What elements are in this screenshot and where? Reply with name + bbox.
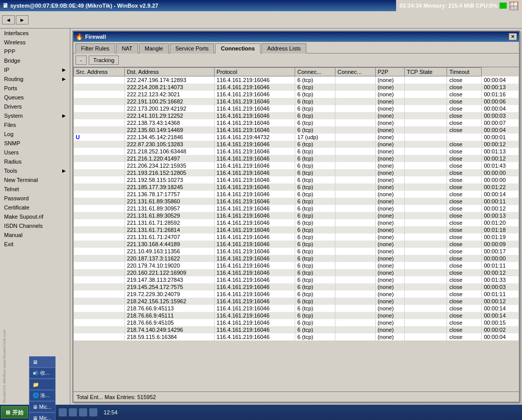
taskbar-item-4[interactable]: 🖥 Mic... <box>29 401 56 412</box>
sidebar-item-queues[interactable]: Queues <box>0 93 70 102</box>
table-row[interactable]: 222.191.100.25:16682116.4.161.219:160466… <box>74 98 519 105</box>
table-row[interactable]: 220.160.221.122:16909116.4.161.219:16046… <box>74 269 519 276</box>
table-row[interactable]: 221.131.61.89:30529116.4.161.219:160466 … <box>74 212 519 219</box>
taskbar-item-3[interactable]: 🌐 洛... <box>29 390 56 401</box>
tab-service-ports[interactable]: Service Ports <box>170 43 214 54</box>
sidebar: InterfacesWirelessPPPBridgeIP▶Routing▶Po… <box>0 29 70 405</box>
table-row[interactable]: 221.192.58.115:10273116.4.161.219:160466… <box>74 176 519 183</box>
table-row[interactable]: 221.193.216.152:12805116.4.161.219:16046… <box>74 169 519 176</box>
table-row[interactable]: 221.10.49.163:11356116.4.161.219:160466 … <box>74 248 519 255</box>
table-row[interactable]: 218.76.66.9:45111116.4.161.219:160466 (t… <box>74 312 519 319</box>
sidebar-item-bridge[interactable]: Bridge <box>0 56 70 65</box>
table-row[interactable]: 220.179.74.10:19020116.4.161.219:160466 … <box>74 262 519 269</box>
table-row[interactable]: 218.59.115.6:16384116.4.161.219:160466 (… <box>74 333 519 340</box>
sidebar-item-ppp[interactable]: PPP <box>0 47 70 56</box>
table-row[interactable]: 222.135.60.149:14469116.4.161.219:160466… <box>74 126 519 134</box>
table-row[interactable]: 221.131.61.71:28592116.4.161.219:160466 … <box>74 219 519 226</box>
tab-address-lists[interactable]: Address Lists <box>262 43 306 54</box>
table-cell: close <box>447 333 482 340</box>
table-cell: close <box>447 219 482 226</box>
table-row[interactable]: 218.76.66.9:45105116.4.161.219:160466 (t… <box>74 319 519 326</box>
taskbar-item-0[interactable]: 🖥 <box>29 356 56 368</box>
sidebar-item-log[interactable]: Log <box>0 129 70 139</box>
table-cell: close <box>447 169 482 176</box>
taskbar-item-1[interactable]: 📬 收... <box>29 368 56 379</box>
table-row[interactable]: 218.242.156.125:15962116.4.161.219:16046… <box>74 298 519 305</box>
sidebar-item-new-terminal[interactable]: New Terminal <box>0 175 70 185</box>
tab-connections[interactable]: Connections <box>215 43 260 54</box>
table-cell <box>335 112 376 119</box>
table-cell: (none) <box>375 198 404 205</box>
minus-button[interactable]: - <box>75 56 87 65</box>
taskbar-item-2[interactable]: 📁 <box>29 379 56 390</box>
table-row[interactable]: 221.131.61.89:30957116.4.161.219:160466 … <box>74 205 519 212</box>
sidebar-item-radius[interactable]: Radius <box>0 157 70 166</box>
table-cell: (none) <box>375 269 404 276</box>
start-button[interactable]: ⊞ 开始 <box>1 406 28 418</box>
table-cell <box>74 169 125 176</box>
table-row[interactable]: U222.134.45.142:21846116.4.161.219:44732… <box>74 134 519 141</box>
tab-mangle[interactable]: Mangle <box>139 43 169 54</box>
table-cell <box>404 276 447 283</box>
sidebar-item-users[interactable]: Users <box>0 148 70 157</box>
sidebar-item-system[interactable]: System▶ <box>0 111 70 120</box>
sidebar-item-password[interactable]: Password <box>0 194 70 203</box>
back-button[interactable]: ◄ <box>2 15 15 24</box>
firewall-close-button[interactable]: ✕ <box>509 33 517 40</box>
table-row[interactable]: 221.216.1.220:41497116.4.161.219:160466 … <box>74 155 519 162</box>
table-cell: (none) <box>375 105 404 112</box>
table-row[interactable]: 221.136.78.17:17757116.4.161.219:160466 … <box>74 191 519 198</box>
taskbar-item-5[interactable]: 🖥 Mic... <box>29 412 56 420</box>
table-row[interactable]: 221.218.252.106:63448116.4.161.219:16046… <box>74 148 519 155</box>
table-row[interactable]: 221.131.61.71:24707116.4.161.219:160466 … <box>74 233 519 241</box>
table-cell: close <box>447 183 482 191</box>
table-cell: close <box>447 241 482 248</box>
table-row[interactable]: 221.131.61.89:35860116.4.161.219:160466 … <box>74 198 519 205</box>
sidebar-item-files[interactable]: Files <box>0 120 70 129</box>
table-row[interactable]: 220.187.137.3:11622116.4.161.219:160466 … <box>74 255 519 262</box>
sidebar-item-exit[interactable]: Exit <box>0 240 70 249</box>
sidebar-item-telnet[interactable]: Telnet <box>0 185 70 194</box>
sidebar-item-routing[interactable]: Routing▶ <box>0 74 70 84</box>
table-row[interactable]: 218.76.66.9:45113116.4.161.219:160466 (t… <box>74 305 519 312</box>
sidebar-item-wireless[interactable]: Wireless <box>0 38 70 47</box>
forward-button[interactable]: ► <box>16 15 29 24</box>
sidebar-item-ports[interactable]: Ports <box>0 84 70 93</box>
sidebar-item-certificate[interactable]: Certificate <box>0 203 70 212</box>
table-row[interactable]: 221.185.177.39:18245116.4.161.219:160466… <box>74 183 519 191</box>
table-row[interactable]: 219.72.229.30:24079116.4.161.219:160466 … <box>74 291 519 298</box>
table-row[interactable]: 221.131.61.71:26814116.4.161.219:160466 … <box>74 226 519 233</box>
table-row[interactable]: 222.212.123.42:3021116.4.161.219:160466 … <box>74 91 519 98</box>
table-cell: 218.76.66.9:45113 <box>125 305 215 312</box>
sidebar-item-manual[interactable]: Manual <box>0 230 70 240</box>
table-row[interactable]: 222.141.101.29:12252116.4.161.219:160466… <box>74 112 519 119</box>
sidebar-item-snmp[interactable]: SNMP <box>0 139 70 148</box>
table-row[interactable]: 219.145.254.172:7575116.4.161.219:160466… <box>74 283 519 291</box>
tracking-button[interactable]: Tracking <box>89 56 119 65</box>
tab-nat[interactable]: NAT <box>116 43 138 54</box>
table-cell: (none) <box>375 205 404 212</box>
sidebar-item-interfaces[interactable]: Interfaces <box>0 29 70 38</box>
table-row[interactable]: 221.130.168.4:44189116.4.161.219:160466 … <box>74 241 519 248</box>
table-row[interactable]: 222.173.200.129:42192116.4.161.219:16046… <box>74 105 519 112</box>
sidebar-item-make-supout.rif[interactable]: Make Supout.rif <box>0 212 70 221</box>
table-row[interactable]: 221.206.234.122:15935116.4.161.219:16046… <box>74 162 519 169</box>
firewall-window: 🔥 Firewall ✕ Filter RulesNATMangleServic… <box>72 31 520 403</box>
sidebar-item-isdn-channels[interactable]: ISDN Channels <box>0 221 70 230</box>
sidebar-item-ip[interactable]: IP▶ <box>0 65 70 74</box>
sidebar-item-tools[interactable]: Tools▶ <box>0 166 70 175</box>
table-cell: 6 (tcp) <box>295 169 335 176</box>
tab-filter-rules[interactable]: Filter Rules <box>75 43 115 54</box>
table-row[interactable]: 222.87.230.105:13283116.4.161.219:160466… <box>74 141 519 148</box>
table-cell <box>404 283 447 291</box>
table-cell <box>74 291 125 298</box>
sidebar-item-drivers[interactable]: Drivers <box>0 102 70 111</box>
sidebar-items: InterfacesWirelessPPPBridgeIP▶Routing▶Po… <box>0 29 70 249</box>
table-cell: close <box>447 162 482 169</box>
table-row[interactable]: 219.147.38.113:27843116.4.161.219:160466… <box>74 276 519 283</box>
table-row[interactable]: 222.214.208.21:14073116.4.161.219:160466… <box>74 84 519 91</box>
table-row[interactable]: 222.138.73.43:14368116.4.161.219:160466 … <box>74 119 519 126</box>
table-cell: close <box>447 141 482 148</box>
table-row[interactable]: 218.74.140.249:14296116.4.161.219:160466… <box>74 326 519 333</box>
table-row[interactable]: 222.247.196.174:12893116.4.161.219:16046… <box>74 76 519 84</box>
